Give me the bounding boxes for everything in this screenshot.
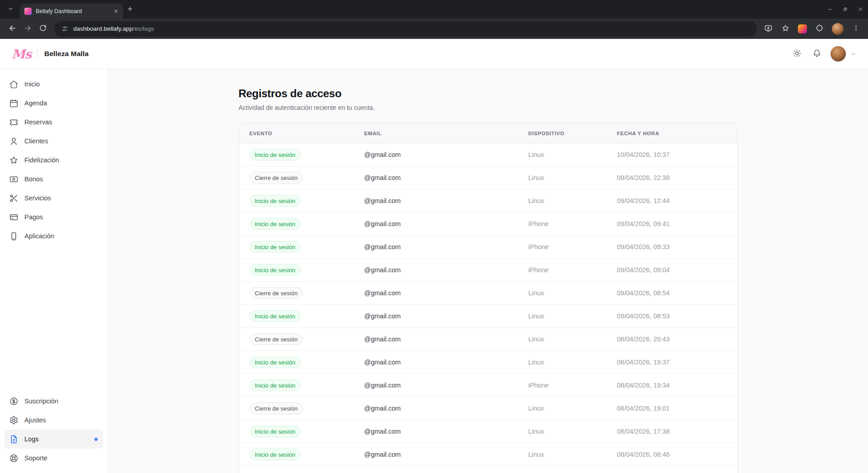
window-close-button[interactable] xyxy=(853,0,868,19)
tab-title: Bellafy Dashboard xyxy=(36,8,111,14)
notifications-bell-icon xyxy=(812,49,821,59)
email-cell: @gmail.com xyxy=(354,289,518,297)
event-badge: Inicio de sesión xyxy=(250,310,301,322)
email-cell: @gmail.com xyxy=(354,151,518,158)
sidebar-item-inicio[interactable]: Inicio xyxy=(5,75,103,94)
forward-button[interactable] xyxy=(20,21,35,37)
reload-button[interactable] xyxy=(35,21,51,37)
device-cell: Linux xyxy=(518,197,607,204)
datetime-cell: 08/04/2026, 17:38 xyxy=(607,428,737,435)
address-bar[interactable]: dashboard.bellafy.app/es/logs xyxy=(54,21,757,37)
table-row-partial xyxy=(239,466,737,473)
chevron-down-icon[interactable] xyxy=(850,51,856,57)
extensions-puzzle-button[interactable] xyxy=(812,21,827,37)
header-actions xyxy=(789,46,856,62)
device-cell: iPhone xyxy=(518,243,607,251)
sidebar-item-label: Suscripción xyxy=(24,397,58,405)
browser-menu-button[interactable] xyxy=(848,21,863,37)
table-row: Inicio de sesión @gmail.com Linux 09/04/… xyxy=(239,189,737,213)
email-cell: @gmail.com xyxy=(354,451,518,458)
site-info-tune-icon[interactable] xyxy=(61,25,68,32)
menu-dots-icon xyxy=(852,24,860,33)
logo-divider xyxy=(37,49,38,59)
user-avatar[interactable] xyxy=(830,46,846,61)
smartphone-icon xyxy=(9,232,19,241)
sidebar-spacer xyxy=(5,246,103,392)
datetime-cell: 08/04/2026, 19:01 xyxy=(607,405,737,412)
coin-icon xyxy=(9,397,19,406)
scissors-icon xyxy=(9,194,19,203)
email-cell: @gmail.com xyxy=(354,336,518,343)
device-cell: iPhone xyxy=(518,382,607,389)
back-button[interactable] xyxy=(5,21,20,37)
sidebar-item-servicios[interactable]: Servicios xyxy=(5,189,103,208)
active-indicator-dot xyxy=(94,438,98,441)
window-minimize-button[interactable] xyxy=(822,0,837,19)
new-tab-button[interactable] xyxy=(123,3,137,16)
event-badge: Inicio de sesión xyxy=(250,449,301,460)
sidebar-item-pagos[interactable]: Pagos xyxy=(5,208,103,227)
page-title: Registros de acceso xyxy=(239,87,738,100)
notifications-button[interactable] xyxy=(809,46,825,62)
column-header-fecha: FECHA Y HORA xyxy=(607,131,737,136)
browser-tab[interactable]: Bellafy Dashboard xyxy=(20,4,123,19)
table-body: Inicio de sesión @gmail.com Linux 10/04/… xyxy=(239,143,737,473)
sidebar-item-aplicacion[interactable]: Aplicación xyxy=(5,227,103,246)
sidebar-item-logs[interactable]: Logs xyxy=(5,430,103,449)
sidebar-item-label: Bonos xyxy=(24,175,43,183)
tab-search-button[interactable] xyxy=(4,3,17,16)
datetime-cell: 09/04/2026, 09:33 xyxy=(607,243,737,251)
device-cell: Linux xyxy=(518,289,607,297)
sidebar-item-label: Clientes xyxy=(24,137,48,145)
theme-toggle-button[interactable] xyxy=(789,46,805,62)
email-cell: @gmail.com xyxy=(354,174,518,181)
new-tab-icon xyxy=(127,5,133,14)
table-row: Inicio de sesión @gmail.com iPhone 08/04… xyxy=(239,374,737,397)
tab-favicon xyxy=(24,8,32,15)
email-cell: @gmail.com xyxy=(354,382,518,389)
reload-icon xyxy=(39,24,47,33)
install-app-icon xyxy=(764,24,773,34)
sidebar-item-agenda[interactable]: Agenda xyxy=(5,94,103,113)
event-badge: Inicio de sesión xyxy=(250,379,301,391)
extensions-puzzle-icon xyxy=(816,24,824,33)
device-cell: Linux xyxy=(518,151,607,158)
browser-profile-avatar[interactable] xyxy=(832,23,844,35)
sidebar-item-suscripcion[interactable]: Suscripción xyxy=(5,392,103,411)
gear-icon xyxy=(9,416,19,425)
datetime-cell: 09/04/2026, 12:44 xyxy=(607,197,737,204)
datetime-cell: 08/04/2026, 19:34 xyxy=(607,382,737,389)
url-path: /es/logs xyxy=(133,25,154,32)
install-app-button[interactable] xyxy=(760,21,776,37)
toolbar-actions xyxy=(760,21,863,37)
datetime-cell: 08/04/2026, 20:43 xyxy=(607,336,737,343)
sidebar-item-clientes[interactable]: Clientes xyxy=(5,132,103,151)
datetime-cell: 09/04/2026, 08:54 xyxy=(607,289,737,297)
sidebar-bottom-nav: Suscripción Ajustes Logs Soporte xyxy=(5,392,103,468)
table-header-row: EVENTO EMAIL DISPOSITIVO FECHA Y HORA xyxy=(239,123,737,143)
bookmark-star-button[interactable] xyxy=(778,21,793,37)
sidebar-item-reservas[interactable]: Reservas xyxy=(5,113,103,132)
event-badge: Cierre de sesión xyxy=(250,287,303,299)
sidebar-item-label: Reservas xyxy=(24,118,52,126)
sidebar-item-bonos[interactable]: Bonos xyxy=(5,170,103,189)
url-text: dashboard.bellafy.app/es/logs xyxy=(73,25,154,32)
window-restore-button[interactable] xyxy=(837,0,853,19)
sidebar-item-label: Aplicación xyxy=(24,232,54,240)
sidebar-item-label: Logs xyxy=(24,435,38,443)
email-cell: @gmail.com xyxy=(354,405,518,412)
tab-close-icon[interactable] xyxy=(111,7,120,16)
tab-search-chevron-icon xyxy=(8,6,14,13)
sidebar-item-ajustes[interactable]: Ajustes xyxy=(5,411,103,430)
email-cell: @gmail.com xyxy=(354,266,518,274)
theme-sun-icon xyxy=(793,49,802,59)
sidebar-item-soporte[interactable]: Soporte xyxy=(5,449,103,468)
file-text-icon xyxy=(9,435,19,444)
sidebar-item-fidelizacion[interactable]: Fidelización xyxy=(5,151,103,170)
credit-card-icon xyxy=(9,213,19,222)
sidebar-item-label: Fidelización xyxy=(24,156,59,164)
table-row: Cierre de sesión @gmail.com Linux 09/04/… xyxy=(239,282,737,305)
extension-icon[interactable] xyxy=(798,24,807,33)
forward-icon xyxy=(24,24,32,34)
email-cell: @gmail.com xyxy=(354,243,518,251)
